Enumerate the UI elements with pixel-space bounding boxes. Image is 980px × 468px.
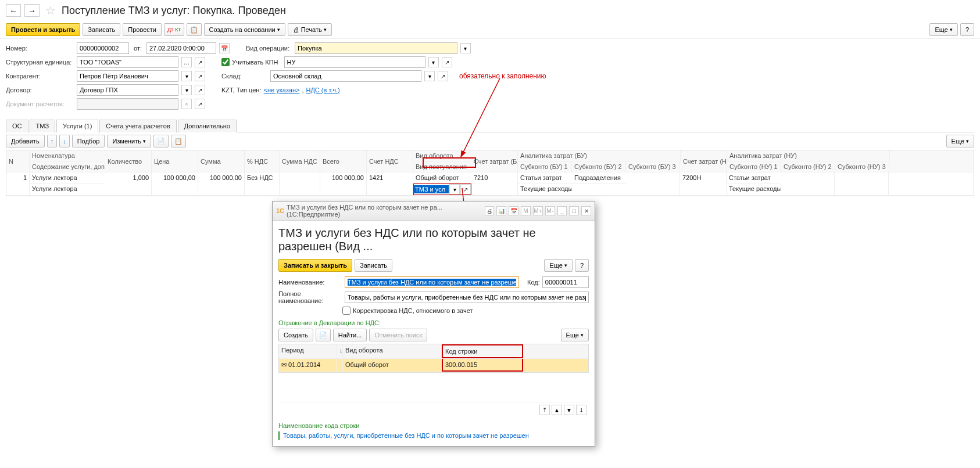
select-button[interactable]: Подбор — [72, 135, 105, 147]
find-button[interactable]: Найти... — [333, 329, 367, 341]
receipt-open-icon[interactable]: ↗ — [460, 184, 471, 195]
structure-icon[interactable]: 📋 — [187, 23, 202, 36]
copy-row-icon[interactable]: 📄 — [316, 329, 331, 341]
close-icon[interactable]: ✕ — [581, 206, 591, 215]
col-qty: Количество — [105, 150, 152, 172]
settlement-clear-icon[interactable]: × — [181, 99, 192, 109]
unit-input[interactable] — [77, 56, 178, 68]
cell-nomenclature: Услуги лектора — [30, 172, 105, 183]
help-button[interactable]: ? — [960, 23, 974, 36]
receipt-type-modal: 1C ТМЗ и услуги без НДС или по которым з… — [272, 201, 595, 447]
grid-more-button[interactable]: Еще — [946, 135, 974, 147]
write-button[interactable]: Записать — [83, 23, 120, 36]
settlement-open-icon[interactable]: ↗ — [195, 99, 205, 109]
create-button[interactable]: Создать — [278, 329, 313, 341]
add-button[interactable]: Добавить — [6, 135, 45, 147]
mandatory-annotation: обязательно к заполнению — [459, 72, 546, 80]
modal-write[interactable]: Записать — [355, 259, 392, 272]
post-button[interactable]: Провести — [123, 23, 162, 36]
price-type-link[interactable]: <не указан> — [264, 87, 300, 93]
contract-input[interactable] — [77, 84, 178, 96]
kpn-input[interactable] — [284, 56, 425, 68]
cancel-find-button[interactable]: Отменить поиск — [369, 329, 427, 341]
calendar-icon[interactable]: 📅 — [509, 206, 518, 215]
contract-open-icon[interactable]: ↗ — [195, 85, 205, 95]
warehouse-label: Склад: — [221, 73, 268, 80]
name-input[interactable] — [345, 276, 519, 288]
nav-back-button[interactable]: ← — [6, 4, 21, 17]
highlight-receipt-header — [423, 157, 476, 168]
copy-icon[interactable]: 📄 — [153, 135, 169, 147]
nav-down-icon[interactable]: ▼ — [564, 405, 574, 415]
nav-forward-button[interactable]: → — [24, 4, 40, 17]
maximize-icon[interactable]: □ — [569, 206, 579, 215]
col-sub-nu3: Субконто (НУ) 3 — [835, 161, 889, 172]
col-sum: Сумма — [198, 150, 245, 172]
modal-help[interactable]: ? — [575, 259, 589, 272]
col-sub-nu2: Субконто (НУ) 2 — [781, 161, 835, 172]
col-cost-nu: Счет затрат (НУ) — [681, 150, 727, 172]
change-button[interactable]: Изменить — [107, 135, 151, 147]
code-input[interactable] — [542, 276, 589, 288]
receipt-dropdown-icon[interactable]: ▾ — [449, 184, 460, 195]
tab-additional[interactable]: Дополнительно — [178, 120, 237, 132]
nds-corr-checkbox[interactable] — [342, 307, 350, 315]
post-and-close-button[interactable]: Провести и закрыть — [6, 23, 80, 36]
number-label: Номер: — [6, 45, 74, 52]
kpn-open-icon[interactable]: ↗ — [442, 57, 452, 67]
col-n: N — [6, 150, 30, 172]
unit-select-icon[interactable]: … — [181, 57, 192, 67]
modal-more[interactable]: Еще — [544, 259, 572, 272]
full-name-label: Полное наименование: — [278, 290, 342, 304]
m-plus-icon[interactable]: M+ — [533, 206, 543, 215]
nav-up-icon[interactable]: ▲ — [552, 405, 562, 415]
tab-os[interactable]: ОС — [6, 120, 28, 132]
warehouse-dropdown-icon[interactable]: ▾ — [424, 71, 435, 81]
number-input[interactable] — [77, 42, 129, 54]
price-info-prefix: KZT, Тип цен: — [221, 87, 262, 93]
tab-services[interactable]: Услуги (1) — [56, 120, 98, 132]
cell-nds-pct: Без НДС — [245, 172, 280, 195]
operation-input[interactable] — [295, 42, 457, 54]
cell-receipt-type[interactable]: ТМЗ и усл ▾ ↗ — [413, 183, 471, 195]
kpn-checkbox[interactable] — [221, 58, 230, 66]
nds-more-button[interactable]: Еще — [561, 329, 589, 341]
more-button[interactable]: Еще — [929, 23, 957, 36]
nds-link[interactable]: НДС (в т.ч.) — [306, 87, 339, 93]
warehouse-open-icon[interactable]: ↗ — [438, 71, 448, 81]
paste-icon[interactable]: 📋 — [171, 135, 186, 147]
counterparty-dropdown-icon[interactable]: ▾ — [181, 71, 192, 81]
create-based-button[interactable]: Создать на основании — [204, 23, 285, 36]
counterparty-open-icon[interactable]: ↗ — [195, 71, 205, 81]
contract-dropdown-icon[interactable]: ▾ — [181, 85, 192, 95]
nav-first-icon[interactable]: ⤒ — [539, 405, 550, 415]
tab-tmz[interactable]: ТМЗ — [30, 120, 56, 132]
nav-last-icon[interactable]: ⤓ — [576, 405, 586, 415]
print-icon[interactable]: 🖨 — [485, 206, 495, 215]
minimize-icon[interactable]: _ — [557, 206, 567, 215]
kpn-dropdown-icon[interactable]: ▾ — [428, 57, 439, 67]
date-input[interactable] — [146, 42, 216, 54]
warehouse-input[interactable] — [270, 70, 421, 82]
move-up-icon[interactable]: ↑ — [47, 135, 58, 147]
calendar-icon[interactable]: 📅 — [219, 43, 230, 53]
calc-icon[interactable]: 📊 — [496, 206, 506, 215]
col-nds-percent: % НДС — [245, 150, 280, 172]
nds-row[interactable]: ✉ 01.01.2014 Общий оборот 300.00.015 — [279, 359, 588, 372]
unit-open-icon[interactable]: ↗ — [195, 57, 205, 67]
table-row[interactable]: 1 Услуги лектора Услуги лектора 1,000 10… — [6, 172, 974, 196]
print-button[interactable]: 🖨 Печать — [288, 23, 332, 36]
nds-table: Период ↓ Вид оборота Код строки ✉ 01.01.… — [278, 344, 589, 373]
favorite-star-icon[interactable]: ☆ — [45, 3, 56, 17]
full-name-input[interactable] — [345, 291, 589, 303]
move-down-icon[interactable]: ↓ — [59, 135, 70, 147]
operation-dropdown-icon[interactable]: ▾ — [460, 43, 471, 53]
m-minus-icon[interactable]: M- — [545, 206, 555, 215]
counterparty-input[interactable] — [77, 70, 178, 82]
dtkt-icon[interactable]: ДтКт — [164, 23, 184, 36]
col-code: Код строки — [442, 344, 523, 358]
modal-save-close[interactable]: Записать и закрыть — [278, 259, 352, 272]
cell-cost-bu: 7210 — [471, 172, 518, 195]
tab-accounts[interactable]: Счета учета расчетов — [99, 120, 176, 132]
m-icon[interactable]: M — [521, 206, 531, 215]
